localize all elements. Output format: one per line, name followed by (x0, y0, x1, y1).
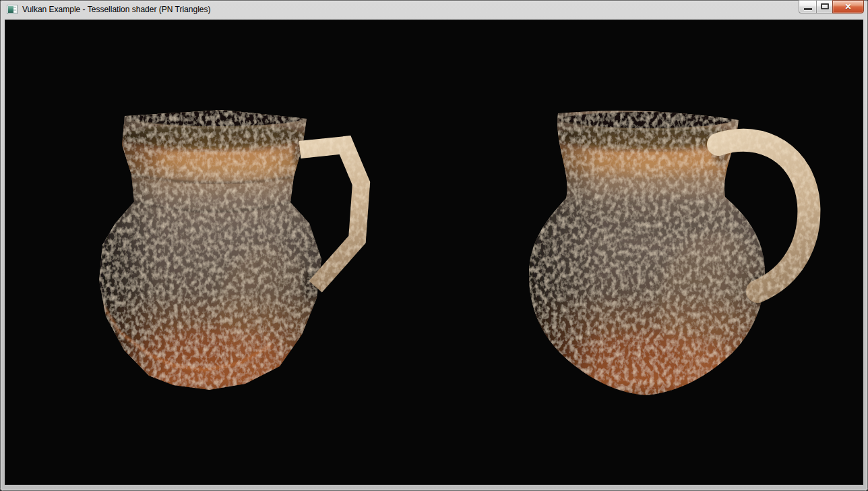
app-icon-art (8, 6, 13, 13)
window-title: Vulkan Example - Tessellation shader (PN… (22, 0, 210, 20)
app-icon[interactable] (7, 5, 18, 14)
jug-low-poly (99, 106, 361, 393)
close-button[interactable]: ✕ (832, 0, 864, 13)
app-icon-lines (13, 7, 16, 12)
close-icon: ✕ (844, 1, 851, 13)
titlebar[interactable]: Vulkan Example - Tessellation shader (PN… (0, 0, 868, 20)
minimize-button[interactable] (799, 0, 817, 13)
maximize-icon (821, 3, 829, 9)
maximize-button[interactable] (816, 0, 833, 13)
render-viewport[interactable] (5, 20, 863, 485)
window-controls: ✕ (799, 0, 864, 13)
scene-svg (5, 20, 863, 484)
app-window: Vulkan Example - Tessellation shader (PN… (0, 0, 868, 491)
jug-tessellated (529, 108, 809, 403)
minimize-icon (804, 8, 812, 10)
